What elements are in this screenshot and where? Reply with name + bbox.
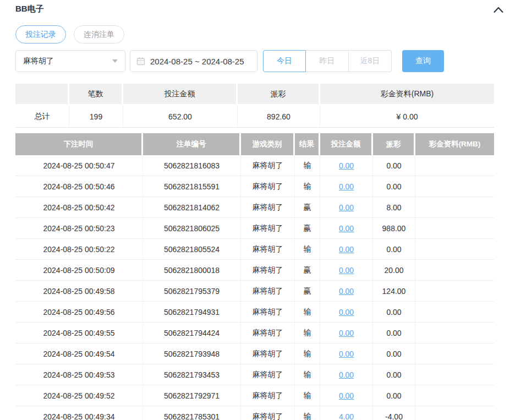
game-type-cell: 麻将胡了 (241, 218, 295, 239)
payout-cell: 0.00 (373, 239, 415, 260)
result-cell: 输 (295, 385, 320, 406)
bet-amount-link[interactable]: 0.00 (339, 350, 354, 358)
order-number-cell: 5062821793453 (143, 364, 241, 385)
bet-amount-cell: 0.00 (320, 197, 373, 218)
bet-amount-link[interactable]: 0.00 (339, 329, 354, 337)
collapse-button[interactable] (492, 4, 504, 15)
order-number-cell: 5062821785301 (143, 406, 241, 420)
summary-col-bet-amount: 投注金额 (123, 84, 238, 106)
game-type-cell: 麻将胡了 (241, 239, 295, 260)
bet-time-cell: 2024-08-25 00:50:42 (15, 197, 143, 218)
bonus-cell (415, 281, 494, 302)
col-bonus: 彩金资料(RMB) (415, 133, 494, 155)
payout-cell: 0.00 (373, 385, 415, 406)
bet-amount-cell: 0.00 (320, 260, 373, 281)
bet-amount-cell: 0.00 (320, 155, 373, 176)
summary-col-count: 笔数 (69, 84, 123, 106)
bet-amount-link[interactable]: 0.00 (339, 203, 354, 212)
tab-cancelled-orders[interactable]: 连消注单 (74, 25, 124, 43)
table-row: 2024-08-25 00:49:525062821792971麻将胡了输0.0… (15, 385, 494, 406)
game-type-cell: 麻将胡了 (241, 385, 295, 406)
order-number-cell: 5062821795379 (143, 281, 241, 302)
result-cell: 输 (295, 343, 320, 364)
bet-time-cell: 2024-08-25 00:50:46 (15, 176, 143, 197)
range-last8days-button[interactable]: 近8日 (349, 50, 392, 72)
result-cell: 输 (295, 406, 320, 420)
summary-total-bonus: ¥ 0.00 (320, 106, 494, 128)
game-type-cell: 麻将胡了 (241, 343, 295, 364)
date-range-value: 2024-08-25 ~ 2024-08-25 (150, 57, 244, 66)
tab-bar: 投注记录 连消注单 (15, 25, 510, 43)
bet-amount-link[interactable]: 0.00 (339, 391, 354, 400)
bet-amount-link[interactable]: 0.00 (339, 287, 354, 296)
result-cell: 输 (295, 323, 320, 343)
table-row: 2024-08-25 00:50:425062821814062麻将胡了赢0.0… (15, 197, 494, 218)
bet-time-cell: 2024-08-25 00:49:34 (15, 406, 143, 420)
col-payout: 派彩 (373, 133, 415, 155)
bet-amount-link[interactable]: 0.00 (339, 161, 354, 170)
bonus-cell (415, 302, 494, 323)
bonus-cell (415, 218, 494, 239)
game-select[interactable]: 麻将胡了 (15, 50, 125, 72)
bet-table: 下注时间 注单编号 游戏类别 结果 投注金额 派彩 彩金资料(RMB) 2024… (15, 133, 494, 420)
result-cell: 输 (295, 302, 320, 323)
table-row: 2024-08-25 00:49:555062821794424麻将胡了输0.0… (15, 323, 494, 343)
bet-amount-link[interactable]: 0.00 (339, 182, 354, 191)
bet-amount-cell: 4.00 (320, 406, 373, 420)
bet-amount-link[interactable]: 4.00 (339, 412, 354, 420)
summary-header-row: 笔数 投注金额 派彩 彩金资料(RMB) (15, 84, 494, 106)
bet-amount-link[interactable]: 0.00 (339, 308, 354, 317)
order-number-cell: 5062821800018 (143, 260, 241, 281)
payout-cell: 0.00 (373, 364, 415, 385)
game-type-cell: 麻将胡了 (241, 197, 295, 218)
date-range-input[interactable]: 2024-08-25 ~ 2024-08-25 (130, 50, 257, 72)
bet-time-cell: 2024-08-25 00:50:23 (15, 218, 143, 239)
summary-total-payout: 892.60 (238, 106, 320, 128)
bet-amount-cell: 0.00 (320, 364, 373, 385)
bet-table-body: 2024-08-25 00:50:475062821816083麻将胡了输0.0… (15, 155, 494, 420)
bet-amount-link[interactable]: 0.00 (339, 245, 354, 254)
payout-cell: 0.00 (373, 302, 415, 323)
summary-total-label: 总计 (15, 106, 69, 128)
game-type-cell: 麻将胡了 (241, 323, 295, 343)
bet-amount-link[interactable]: 0.00 (339, 266, 354, 275)
bet-amount-cell: 0.00 (320, 302, 373, 323)
payout-cell: 20.00 (373, 260, 415, 281)
range-yesterday-button[interactable]: 昨日 (306, 50, 349, 72)
range-today-button[interactable]: 今日 (263, 50, 306, 72)
payout-cell: 124.00 (373, 281, 415, 302)
order-number-cell: 5062821794424 (143, 323, 241, 343)
game-select-value: 麻将胡了 (23, 56, 54, 66)
bonus-cell (415, 155, 494, 176)
bonus-cell (415, 197, 494, 218)
bet-amount-cell: 0.00 (320, 281, 373, 302)
bet-amount-cell: 0.00 (320, 343, 373, 364)
payout-cell: 8.00 (373, 197, 415, 218)
calendar-icon (136, 57, 145, 66)
bonus-cell (415, 406, 494, 420)
summary-total-count: 199 (69, 106, 123, 128)
page-title: BB电子 (15, 4, 44, 14)
col-game-type: 游戏类别 (241, 133, 295, 155)
result-cell: 输 (295, 364, 320, 385)
bet-amount-link[interactable]: 0.00 (339, 370, 354, 379)
bonus-cell (415, 239, 494, 260)
bet-time-cell: 2024-08-25 00:49:58 (15, 281, 143, 302)
bonus-cell (415, 260, 494, 281)
order-number-cell: 5062821793948 (143, 343, 241, 364)
tab-bet-records[interactable]: 投注记录 (15, 25, 66, 43)
bet-amount-cell: 0.00 (320, 239, 373, 260)
query-button[interactable]: 查询 (402, 50, 444, 72)
table-row: 2024-08-25 00:50:095062821800018麻将胡了赢0.0… (15, 260, 494, 281)
bet-table-header-row: 下注时间 注单编号 游戏类别 结果 投注金额 派彩 彩金资料(RMB) (15, 133, 494, 155)
table-row: 2024-08-25 00:49:345062821785301麻将胡了输4.0… (15, 406, 494, 420)
order-number-cell: 5062821815591 (143, 176, 241, 197)
order-number-cell: 5062821805524 (143, 239, 241, 260)
bonus-cell (415, 343, 494, 364)
order-number-cell: 5062821806025 (143, 218, 241, 239)
result-cell: 赢 (295, 197, 320, 218)
bet-amount-link[interactable]: 0.00 (339, 224, 354, 233)
table-row: 2024-08-25 00:50:475062821816083麻将胡了输0.0… (15, 155, 494, 176)
bet-amount-cell: 0.00 (320, 385, 373, 406)
summary-table: 笔数 投注金额 派彩 彩金资料(RMB) 总计 199 652.00 892.6… (15, 84, 494, 128)
